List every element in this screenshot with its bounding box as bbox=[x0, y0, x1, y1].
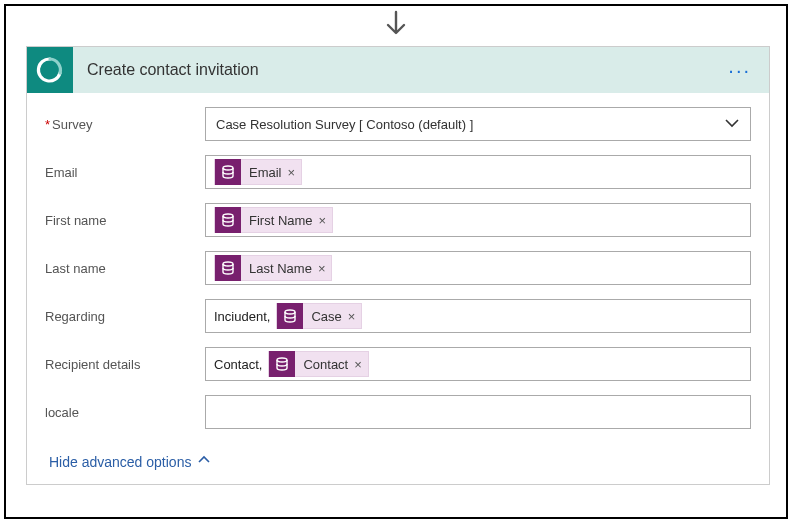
database-icon bbox=[215, 207, 241, 233]
hide-advanced-toggle[interactable]: Hide advanced options bbox=[27, 449, 769, 484]
text-prefix: Contact, bbox=[214, 357, 262, 372]
token-remove[interactable]: × bbox=[319, 213, 327, 228]
database-icon bbox=[269, 351, 295, 377]
dynamic-token-first-name[interactable]: First Name × bbox=[214, 207, 333, 233]
label-text: Survey bbox=[52, 117, 92, 132]
field-label: *Survey bbox=[45, 117, 205, 132]
field-label: Last name bbox=[45, 261, 205, 276]
field-label: locale bbox=[45, 405, 205, 420]
card-container: Create contact invitation ··· *Survey Ca… bbox=[4, 4, 788, 519]
dynamic-token-case[interactable]: Case × bbox=[276, 303, 362, 329]
token-remove[interactable]: × bbox=[348, 309, 356, 324]
field-label: Recipient details bbox=[45, 357, 205, 372]
regarding-input[interactable]: Inciudent, Case × bbox=[205, 299, 751, 333]
field-label: First name bbox=[45, 213, 205, 228]
field-row-recipient: Recipient details Contact, Contact × bbox=[45, 347, 751, 381]
field-label: Email bbox=[45, 165, 205, 180]
dynamic-token-last-name[interactable]: Last Name × bbox=[214, 255, 332, 281]
recipient-input[interactable]: Contact, Contact × bbox=[205, 347, 751, 381]
field-row-first-name: First name First Name × bbox=[45, 203, 751, 237]
flow-arrow-down-icon bbox=[383, 10, 409, 43]
action-title: Create contact invitation bbox=[87, 61, 722, 79]
first-name-input[interactable]: First Name × bbox=[205, 203, 751, 237]
field-row-regarding: Regarding Inciudent, Case × bbox=[45, 299, 751, 333]
field-label: Regarding bbox=[45, 309, 205, 324]
svg-point-2 bbox=[223, 262, 233, 266]
field-row-email: Email Email × bbox=[45, 155, 751, 189]
token-label: Contact bbox=[303, 357, 348, 372]
action-body: *Survey Case Resolution Survey [ Contoso… bbox=[27, 93, 769, 449]
svg-point-1 bbox=[223, 214, 233, 218]
required-mark: * bbox=[45, 117, 50, 132]
dynamic-token-email[interactable]: Email × bbox=[214, 159, 302, 185]
chevron-up-icon bbox=[197, 453, 211, 470]
database-icon bbox=[215, 159, 241, 185]
field-row-last-name: Last name Last Name × bbox=[45, 251, 751, 285]
token-label: Case bbox=[311, 309, 341, 324]
locale-input[interactable] bbox=[205, 395, 751, 429]
action-menu-button[interactable]: ··· bbox=[722, 59, 757, 82]
forms-pro-icon bbox=[27, 47, 73, 93]
action-card-header[interactable]: Create contact invitation ··· bbox=[27, 47, 769, 93]
survey-select-value: Case Resolution Survey [ Contoso (defaul… bbox=[216, 117, 720, 132]
dynamic-token-contact[interactable]: Contact × bbox=[268, 351, 368, 377]
advanced-label: Hide advanced options bbox=[49, 454, 191, 470]
svg-point-3 bbox=[285, 310, 295, 314]
token-label: Last Name bbox=[249, 261, 312, 276]
token-remove[interactable]: × bbox=[288, 165, 296, 180]
last-name-input[interactable]: Last Name × bbox=[205, 251, 751, 285]
token-label: First Name bbox=[249, 213, 313, 228]
chevron-down-icon bbox=[724, 115, 740, 134]
email-input[interactable]: Email × bbox=[205, 155, 751, 189]
field-row-survey: *Survey Case Resolution Survey [ Contoso… bbox=[45, 107, 751, 141]
token-remove[interactable]: × bbox=[318, 261, 326, 276]
field-row-locale: locale bbox=[45, 395, 751, 429]
survey-select[interactable]: Case Resolution Survey [ Contoso (defaul… bbox=[205, 107, 751, 141]
text-prefix: Inciudent, bbox=[214, 309, 270, 324]
database-icon bbox=[215, 255, 241, 281]
svg-point-0 bbox=[223, 166, 233, 170]
database-icon bbox=[277, 303, 303, 329]
token-label: Email bbox=[249, 165, 282, 180]
svg-point-4 bbox=[277, 358, 287, 362]
action-card: Create contact invitation ··· *Survey Ca… bbox=[26, 46, 770, 485]
token-remove[interactable]: × bbox=[354, 357, 362, 372]
